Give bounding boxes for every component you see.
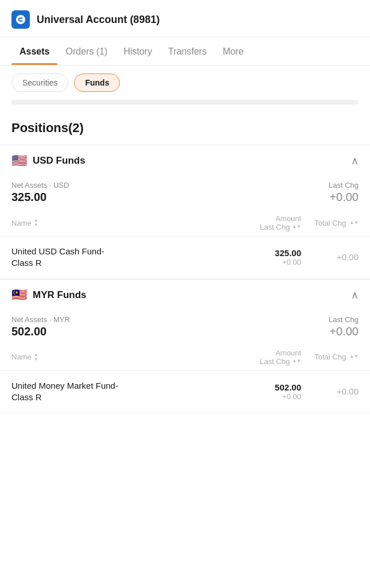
myr-net-assets-row: Net Assets · MYR 502.00 Last Chg +0.00 xyxy=(0,311,370,338)
myr-amount-sort-icon: ▲▼ xyxy=(292,359,301,364)
usd-row-amount: 325.00 xyxy=(232,248,301,258)
usd-table-header: Name ▲▼ Amount Last Chg ▲▼ Total Chg ▲▼ xyxy=(0,204,370,237)
sub-tab-securities[interactable]: Securities xyxy=(11,74,68,92)
usd-row-amount-sub: +0.00 xyxy=(232,258,301,266)
tab-more[interactable]: More xyxy=(215,37,251,65)
header-title: Universal Account (8981) xyxy=(37,14,159,26)
myr-col-name[interactable]: Name ▲▼ xyxy=(11,353,232,362)
header: Universal Account (8981) xyxy=(0,0,370,37)
myr-net-assets-left: Net Assets · MYR 502.00 xyxy=(11,315,70,338)
myr-last-chg-label: Last Chg xyxy=(329,315,359,324)
myr-total-chg-sort-icon: ▲▼ xyxy=(349,354,359,359)
usd-row-name-col: United USD Cash Fund-Class R xyxy=(11,246,232,269)
usd-funds-header-left: 🇺🇸 USD Funds xyxy=(11,153,85,168)
tab-assets[interactable]: Assets xyxy=(11,37,57,65)
usd-net-assets-label: Net Assets · USD xyxy=(11,181,69,189)
myr-row-amount-col: 502.00 +0.00 xyxy=(232,382,301,401)
nav-tabs: Assets Orders (1) History Transfers More xyxy=(0,37,370,65)
usd-last-chg-label: Last Chg xyxy=(329,181,359,189)
usd-last-chg-value: +0.00 xyxy=(329,191,359,204)
myr-col-total-chg[interactable]: Total Chg ▲▼ xyxy=(301,353,359,361)
usd-row-amount-col: 325.00 +0.00 xyxy=(232,248,301,266)
myr-table-header: Name ▲▼ Amount Last Chg ▲▼ Total Chg ▲▼ xyxy=(0,338,370,371)
tab-orders[interactable]: Orders (1) xyxy=(57,37,115,65)
myr-funds-header[interactable]: 🇲🇾 MYR Funds ∧ xyxy=(0,279,370,311)
usd-flag-icon: 🇺🇸 xyxy=(11,153,27,168)
myr-name-sort-icon: ▲▼ xyxy=(34,353,38,362)
sub-tabs: Securities Funds xyxy=(0,65,370,100)
usd-net-assets-row: Net Assets · USD 325.00 Last Chg +0.00 xyxy=(0,176,370,204)
myr-funds-title: MYR Funds xyxy=(33,289,87,301)
myr-funds-section: 🇲🇾 MYR Funds ∧ Net Assets · MYR 502.00 L… xyxy=(0,279,370,413)
myr-row-amount: 502.00 xyxy=(232,382,301,392)
usd-funds-section: 🇺🇸 USD Funds ∧ Net Assets · USD 325.00 L… xyxy=(0,145,370,279)
myr-net-assets-label: Net Assets · MYR xyxy=(11,315,70,324)
myr-row-total-chg: +0.00 xyxy=(337,386,359,396)
myr-row-name-col: United Money Market Fund-Class R xyxy=(11,380,232,404)
sub-tab-funds[interactable]: Funds xyxy=(74,74,120,92)
amount-sort-icon: ▲▼ xyxy=(292,225,301,230)
usd-net-assets-left: Net Assets · USD 325.00 xyxy=(11,181,69,204)
tab-transfers[interactable]: Transfers xyxy=(160,37,215,65)
app-logo xyxy=(11,10,30,29)
myr-chevron-icon: ∧ xyxy=(351,289,359,301)
usd-row-total-chg: +0.00 xyxy=(337,252,359,262)
usd-row-name: United USD Cash Fund-Class R xyxy=(11,246,104,268)
myr-row-name: United Money Market Fund-Class R xyxy=(11,381,118,402)
positions-heading: Positions(2) xyxy=(0,107,370,145)
usd-row-total-chg-col: +0.00 xyxy=(301,252,359,262)
usd-col-name[interactable]: Name ▲▼ xyxy=(11,218,232,227)
filter-bar xyxy=(11,100,359,105)
myr-table-row[interactable]: United Money Market Fund-Class R 502.00 … xyxy=(0,371,370,413)
usd-col-total-chg[interactable]: Total Chg ▲▼ xyxy=(301,219,359,227)
usd-net-assets-value: 325.00 xyxy=(11,191,69,204)
usd-funds-title: USD Funds xyxy=(33,155,85,167)
total-chg-sort-icon: ▲▼ xyxy=(349,220,359,226)
myr-last-chg-col: Last Chg +0.00 xyxy=(329,315,359,338)
myr-funds-header-left: 🇲🇾 MYR Funds xyxy=(11,288,87,303)
myr-col-amount[interactable]: Amount Last Chg ▲▼ xyxy=(232,349,301,366)
name-sort-icon: ▲▼ xyxy=(34,218,38,227)
tab-history[interactable]: History xyxy=(115,37,160,65)
myr-last-chg-value: +0.00 xyxy=(329,325,359,338)
myr-net-assets-value: 502.00 xyxy=(11,325,70,338)
usd-last-chg-col: Last Chg +0.00 xyxy=(329,181,359,204)
myr-flag-icon: 🇲🇾 xyxy=(11,288,27,303)
usd-funds-header[interactable]: 🇺🇸 USD Funds ∧ xyxy=(0,145,370,176)
usd-table-row[interactable]: United USD Cash Fund-Class R 325.00 +0.0… xyxy=(0,237,370,279)
myr-row-total-chg-col: +0.00 xyxy=(301,386,359,397)
myr-row-amount-sub: +0.00 xyxy=(232,392,301,401)
usd-col-amount[interactable]: Amount Last Chg ▲▼ xyxy=(232,214,301,231)
usd-chevron-icon: ∧ xyxy=(351,154,359,167)
